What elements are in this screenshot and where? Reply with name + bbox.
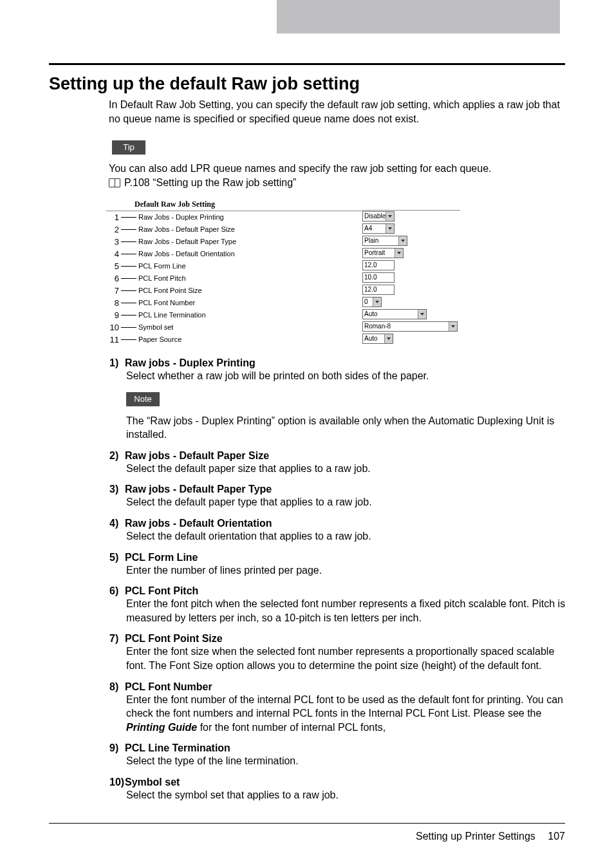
figure-control-cell: Plain <box>362 235 460 247</box>
item-9: 9)PCL Line TerminationSelect the type of… <box>109 742 566 768</box>
dropdown-pcl-font-number[interactable]: 0 <box>362 297 382 307</box>
item-3: 3)Raw jobs - Default Paper TypeSelect th… <box>109 484 566 509</box>
leader-line <box>121 217 136 218</box>
item-body: Enter the font pitch when the selected f… <box>126 597 566 625</box>
figure-row: 4Raw Jobs - Default Orientation <box>106 248 362 260</box>
figure-row-label: Raw Jobs - Duplex Printing <box>138 211 224 221</box>
page-heading: Setting up the default Raw job setting <box>49 74 360 94</box>
leader-line <box>121 266 136 267</box>
figure-control-cell: 12.0 <box>362 259 460 272</box>
figure-title: Default Raw Job Setting <box>106 198 362 211</box>
figure-control-cell: Auto <box>362 333 460 345</box>
settings-figure: Default Raw Job Setting 1Raw Jobs - Dupl… <box>106 198 467 346</box>
item-heading: 3)Raw jobs - Default Paper Type <box>109 484 566 495</box>
dropdown-paper-source[interactable]: Auto <box>362 334 393 344</box>
figure-row-number: 9 <box>106 309 119 320</box>
item-6: 6)PCL Font PitchEnter the font pitch whe… <box>109 585 566 625</box>
figure-row-label: PCL Line Termination <box>138 309 206 319</box>
dropdown-pcl-line-termination[interactable]: Auto <box>362 309 427 319</box>
figure-control-cell: 10.0 <box>362 272 460 284</box>
note-body: The “Raw jobs - Duplex Printing” option … <box>126 414 566 442</box>
dropdown-symbol-set[interactable]: Roman-8 <box>362 321 458 332</box>
figure-row-number: 11 <box>106 334 119 344</box>
item-4: 4)Raw jobs - Default OrientationSelect t… <box>109 518 566 543</box>
leader-line <box>121 339 136 340</box>
items-list: 1)Raw jobs - Duplex PrintingSelect wheth… <box>109 357 566 811</box>
item-body: Select the symbol set that applies to a … <box>126 788 566 802</box>
item-body: Select the default paper size that appli… <box>126 462 566 476</box>
figure-row: 2Raw Jobs - Default Paper Size <box>106 223 362 236</box>
tip-line1: You can also add LPR queue names and spe… <box>109 163 491 174</box>
item-2: 2)Raw jobs - Default Paper SizeSelect th… <box>109 450 566 476</box>
figure-row-number: 10 <box>106 321 119 332</box>
item-heading: 5)PCL Form Line <box>109 552 566 563</box>
figure-control-cell: Roman-8 <box>362 321 460 333</box>
item-5: 5)PCL Form LineEnter the number of lines… <box>109 552 566 578</box>
figure-control-cell: 0 <box>362 296 460 308</box>
figure-row-number: 4 <box>106 248 119 259</box>
figure-row-label: Symbol set <box>138 321 173 331</box>
figure-row: 6PCL Font Pitch <box>106 272 362 285</box>
figure-row-label: Raw Jobs - Default Paper Size <box>138 223 235 233</box>
item-body: Select whether a raw job will be printed… <box>126 369 566 383</box>
item-heading: 1)Raw jobs - Duplex Printing <box>109 357 566 369</box>
dropdown-raw-jobs-duplex-printing[interactable]: Disable <box>362 211 395 222</box>
leader-line <box>121 303 136 303</box>
footer: Setting up Printer Settings 107 <box>49 831 565 842</box>
dropdown-raw-jobs-default-orientation[interactable]: Portrait <box>362 248 404 258</box>
item-heading: 4)Raw jobs - Default Orientation <box>109 518 566 529</box>
dropdown-raw-jobs-default-paper-size[interactable]: A4 <box>362 223 395 234</box>
figure-control-cell: 12.0 <box>362 284 460 296</box>
item-heading: 8)PCL Font Number <box>109 681 566 693</box>
tip-line2-link[interactable]: P.108 “Setting up the Raw job setting” <box>124 177 296 188</box>
figure-row-number: 7 <box>106 285 119 296</box>
item-10: 10)Symbol setSelect the symbol set that … <box>109 777 566 802</box>
figure-row: 9PCL Line Termination <box>106 309 362 321</box>
figure-row: 11Paper Source <box>106 334 362 346</box>
figure-row: 5PCL Form Line <box>106 260 362 272</box>
item-7: 7)PCL Font Point SizeEnter the font size… <box>109 633 566 672</box>
figure-row: 8PCL Font Number <box>106 297 362 309</box>
figure-row: 10Symbol set <box>106 321 362 334</box>
item-8: 8)PCL Font NumberEnter the font number o… <box>109 681 566 735</box>
leader-line <box>121 290 136 291</box>
figure-row-number: 2 <box>106 223 119 234</box>
figure-row-number: 1 <box>106 211 119 222</box>
textfield-pcl-font-point-size[interactable]: 12.0 <box>362 285 395 295</box>
leader-line <box>121 241 136 242</box>
textfield-pcl-form-line[interactable]: 12.0 <box>362 260 395 270</box>
item-heading: 10)Symbol set <box>109 777 566 788</box>
figure-row: 7PCL Font Point Size <box>106 285 362 297</box>
figure-control-cell: Auto <box>362 308 460 321</box>
figure-row-label: PCL Font Number <box>138 297 195 307</box>
item-body: Enter the number of lines printed per pa… <box>126 563 566 578</box>
figure-header-spacer <box>362 198 460 211</box>
item-body: Select the default orientation that appl… <box>126 529 566 543</box>
figure-row-label: PCL Font Pitch <box>138 272 186 282</box>
figure-control-cell: Disable <box>362 211 460 223</box>
figure-row-label: Raw Jobs - Default Orientation <box>138 248 235 258</box>
item-heading: 6)PCL Font Pitch <box>109 585 566 597</box>
textfield-pcl-font-pitch[interactable]: 10.0 <box>362 272 395 283</box>
figure-row-number: 8 <box>106 297 119 308</box>
header-rule <box>49 63 565 65</box>
dropdown-raw-jobs-default-paper-type[interactable]: Plain <box>362 236 407 246</box>
figure-row-label: Paper Source <box>138 334 181 343</box>
header-gray-bar <box>277 0 560 33</box>
figure-row-number: 6 <box>106 272 119 283</box>
leader-line <box>121 278 136 279</box>
tip-label-box: Tip <box>112 140 145 155</box>
figure-row-number: 5 <box>106 260 119 271</box>
book-icon <box>109 178 120 187</box>
figure-row: 3Raw Jobs - Default Paper Type <box>106 236 362 248</box>
note-label-box: Note <box>126 392 160 406</box>
intro-paragraph: In Default Raw Job Setting, you can spec… <box>109 98 566 126</box>
footer-rule <box>49 823 565 824</box>
page-number: 107 <box>548 831 565 842</box>
figure-row: 1Raw Jobs - Duplex Printing <box>106 211 362 223</box>
figure-control-cell: A4 <box>362 223 460 235</box>
leader-line <box>121 327 136 328</box>
item-body: Enter the font number of the internal PC… <box>126 693 566 735</box>
figure-control-cell: Portrait <box>362 247 460 259</box>
item-body: Select the type of the line termination. <box>126 754 566 768</box>
